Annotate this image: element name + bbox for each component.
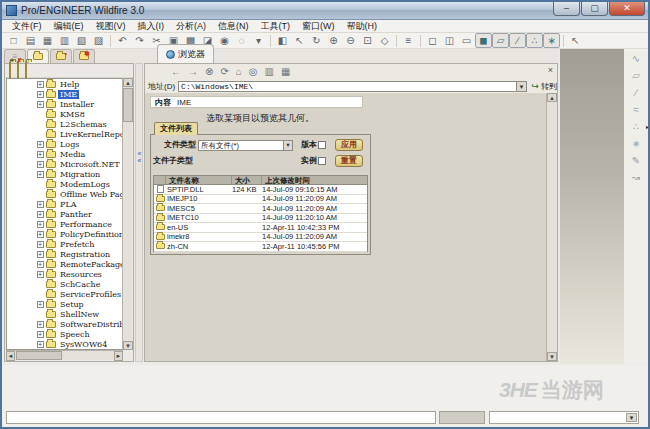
menu-item[interactable]: 工具(T)	[255, 20, 297, 33]
datum-axis-tool-icon[interactable]: ∕	[628, 85, 644, 100]
flyout-arrow-icon[interactable]: ▸	[646, 123, 649, 130]
datum-points-toggle-icon[interactable]: ∴	[526, 33, 543, 48]
tree-item[interactable]: ModemLogs	[7, 179, 123, 189]
menu-item[interactable]: 信息(N)	[212, 20, 255, 33]
tree-item[interactable]: ServiceProfiles	[7, 289, 123, 299]
datum-point-tool-icon[interactable]: ∴ ▸	[628, 119, 644, 134]
file-list-tab[interactable]: 文件列表	[154, 122, 198, 135]
tree-item[interactable]: SysWOW64	[7, 339, 123, 349]
tree-item[interactable]: Setup	[7, 299, 123, 309]
expand-toggle-icon[interactable]	[37, 331, 44, 338]
expand-toggle-icon[interactable]	[37, 151, 44, 158]
expand-toggle-icon[interactable]	[37, 231, 44, 238]
scrollbar-thumb[interactable]	[123, 88, 133, 122]
home-button[interactable]: ⌂	[236, 65, 242, 78]
go-button[interactable]: ↪ 转到	[531, 81, 557, 92]
tree-item[interactable]: Registration	[7, 249, 123, 259]
panel-sash[interactable]: ««	[135, 63, 143, 362]
minimize-button[interactable]: –	[553, 2, 580, 16]
expand-toggle-icon[interactable]	[37, 101, 44, 108]
open-file-icon[interactable]: ▤	[22, 33, 39, 48]
print-icon[interactable]: ▥	[56, 33, 73, 48]
web-button[interactable]: ◎	[249, 65, 258, 78]
expand-toggle-icon[interactable]	[37, 81, 44, 88]
tree-item[interactable]: ShellNew	[7, 309, 123, 319]
title-bar[interactable]: Pro/ENGINEER Wildfire 3.0 – ▢ ✕	[2, 2, 648, 20]
table-row[interactable]: SPTIP.DLL 124 KB 14-Jul-09 09:16:15 AM	[154, 185, 367, 195]
tree-item[interactable]: Performance	[7, 219, 123, 229]
tree-item[interactable]: Microsoft.NET	[7, 159, 123, 169]
expand-toggle-icon[interactable]	[37, 271, 44, 278]
file-type-select[interactable]: 所有文件(*) ▼	[198, 140, 293, 151]
back-button[interactable]: ←	[171, 65, 181, 78]
tree-item[interactable]: IME	[7, 89, 123, 99]
stop-button[interactable]: ⊗	[205, 65, 213, 78]
new-file-icon[interactable]: □	[5, 33, 22, 48]
expand-toggle-icon[interactable]	[37, 301, 44, 308]
table-row[interactable]: en-US 12-Apr-11 10:42:33 PM	[154, 223, 367, 233]
tree-item[interactable]: Media	[7, 149, 123, 159]
scroll-up-icon[interactable]: ▲	[123, 78, 133, 87]
expand-toggle-icon[interactable]	[37, 241, 44, 248]
scroll-up-icon[interactable]: ▲	[547, 93, 557, 102]
zoom-out-icon[interactable]: ⊖	[342, 33, 359, 48]
tree-item[interactable]: L2Schemas	[7, 119, 123, 129]
menu-item[interactable]: 帮助(H)	[341, 20, 384, 33]
datum-csys-toggle-icon[interactable]: ∗	[543, 33, 560, 48]
apply-button[interactable]: 应用	[335, 139, 363, 151]
select-icon[interactable]: ◌	[233, 33, 250, 48]
context-help-icon[interactable]: ↖	[567, 33, 584, 48]
expand-toggle-icon[interactable]	[37, 161, 44, 168]
find-icon[interactable]: ◉	[216, 33, 233, 48]
table-row[interactable]: IMETC10 14-Jul-09 11:20:10 AM	[154, 214, 367, 224]
datum-csys-tool-icon[interactable]: ∗	[628, 136, 644, 151]
chevron-down-icon[interactable]: ▼	[283, 141, 292, 150]
column-size[interactable]: 大小	[232, 176, 262, 184]
style-tool-icon[interactable]: ∿	[628, 51, 644, 66]
tree-item[interactable]: PolicyDefinitions	[7, 229, 123, 239]
chevron-down-icon[interactable]: ▼	[626, 413, 637, 422]
expand-toggle-icon[interactable]	[37, 221, 44, 228]
zoom-in-icon[interactable]: ⊕	[325, 33, 342, 48]
tree-item[interactable]: LiveKernelReports	[7, 129, 123, 139]
table-row[interactable]: zh-CN 12-Apr-11 10:45:56 PM	[154, 242, 367, 252]
datum-planes-toggle-icon[interactable]: ▱	[492, 33, 509, 48]
scroll-down-icon[interactable]: ▼	[123, 341, 133, 350]
graphics-area[interactable]	[560, 49, 624, 364]
redo-icon[interactable]: ↷	[131, 33, 148, 48]
expand-toggle-icon[interactable]	[37, 341, 44, 348]
tree-item[interactable]: Installer	[7, 99, 123, 109]
expand-toggle-icon[interactable]	[37, 91, 44, 98]
sketch-tool-icon[interactable]: ✎	[628, 153, 644, 168]
tree-item[interactable]: Resources	[7, 269, 123, 279]
forward-button[interactable]: →	[188, 65, 198, 78]
regenerate-icon[interactable]: ↻	[308, 33, 325, 48]
status-selector[interactable]: ▼	[489, 411, 639, 424]
hidden-line-icon[interactable]: ◫	[441, 33, 458, 48]
tab-favorites[interactable]: •	[50, 49, 72, 63]
delete-folder-button[interactable]: ✗	[17, 62, 19, 80]
datum-plane-tool-icon[interactable]: ▱	[628, 68, 644, 83]
new-folder-button[interactable]: +	[9, 62, 11, 80]
print-page-button[interactable]: ▥	[265, 65, 274, 78]
table-row[interactable]: imekr8 14-Jul-09 11:20:09 AM	[154, 233, 367, 243]
expand-toggle-icon[interactable]	[37, 261, 44, 268]
address-dropdown-icon[interactable]: ▼	[517, 81, 528, 92]
maximize-button[interactable]: ▢	[581, 2, 608, 16]
menu-item[interactable]: 插入(I)	[132, 20, 171, 33]
expand-toggle-icon[interactable]	[37, 141, 44, 148]
collapse-handle-icon[interactable]: ««	[136, 150, 143, 164]
datum-curve-tool-icon[interactable]: ≈	[628, 102, 644, 117]
tree-item[interactable]: Logs	[7, 139, 123, 149]
tree-item[interactable]: SoftwareDistribution	[7, 319, 123, 329]
table-row[interactable]: IMEJP10 14-Jul-09 11:20:09 AM	[154, 195, 367, 205]
select-arrow-icon[interactable]: ↖	[291, 33, 308, 48]
save-page-button[interactable]: ▦	[281, 65, 290, 78]
content-scrollbar[interactable]: ▲ ▼	[546, 93, 557, 361]
refresh-button[interactable]: ⟳	[220, 65, 228, 78]
table-row[interactable]: IMESC5 14-Jul-09 11:20:09 AM	[154, 204, 367, 214]
layers-icon[interactable]: ≡	[400, 33, 417, 48]
column-modified[interactable]: 上次修改时间	[262, 176, 367, 184]
close-button[interactable]: ✕	[609, 2, 645, 16]
datum-axes-toggle-icon[interactable]: ∕	[509, 33, 526, 48]
